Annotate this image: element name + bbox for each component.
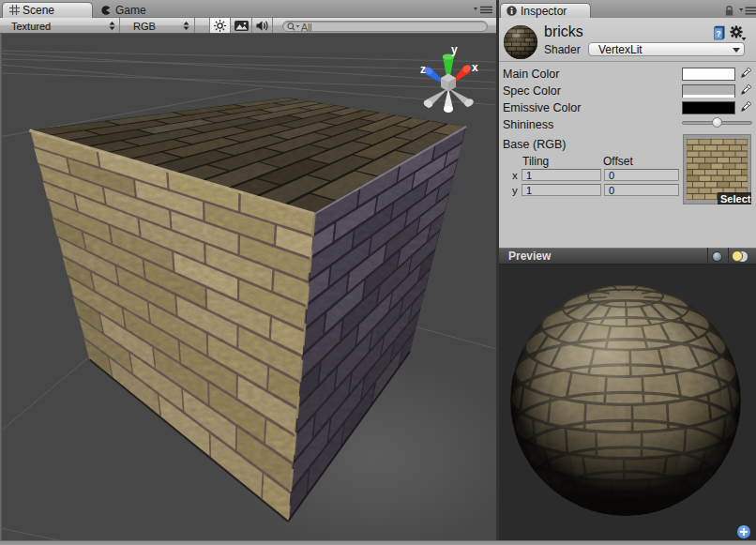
svg-text:x: x bbox=[472, 61, 478, 74]
svg-text:z: z bbox=[420, 63, 426, 76]
svg-text:?: ? bbox=[717, 29, 721, 38]
svg-text:y: y bbox=[451, 43, 458, 56]
